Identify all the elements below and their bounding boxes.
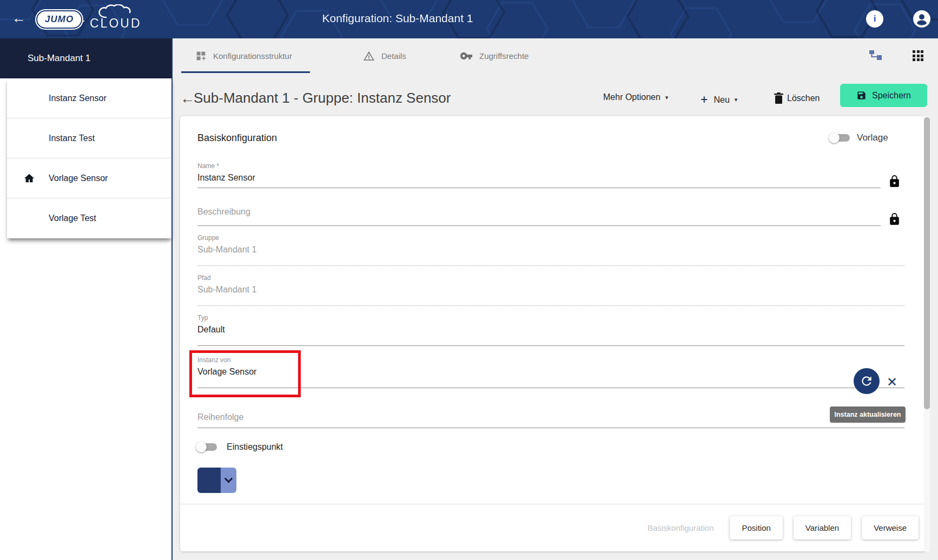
window-title: Konfiguration: Sub-Mandant 1 bbox=[289, 12, 506, 25]
scrollbar-thumb[interactable] bbox=[924, 117, 930, 409]
lock-icon bbox=[888, 175, 901, 188]
reihenfolge-field-placeholder: Reihenfolge bbox=[197, 412, 904, 422]
beschreibung-field-placeholder: Beschreibung bbox=[197, 207, 881, 217]
name-field-value: Instanz Sensor bbox=[197, 173, 881, 183]
einstiegspunkt-label: Einstiegspunkt bbox=[227, 442, 283, 452]
tab-konfigurationsstruktur[interactable]: Konfigurationsstruktur bbox=[195, 38, 292, 73]
tab-details[interactable]: Details bbox=[363, 38, 406, 73]
jumo-logo-text: JUMO bbox=[45, 14, 74, 25]
save-icon bbox=[856, 90, 867, 101]
cloud-wordmark: CLOUD bbox=[90, 16, 142, 31]
top-app-bar: ← JUMO · CLOUD Konfiguration: Sub-Mandan… bbox=[0, 0, 938, 38]
toggle-knob bbox=[196, 442, 207, 452]
account-icon bbox=[913, 10, 930, 28]
new-label: Neu bbox=[714, 95, 729, 105]
info-button[interactable]: i bbox=[866, 10, 883, 28]
vorlage-toggle-row: Vorlage bbox=[830, 132, 888, 143]
page-title: Sub-Mandant 1 - Gruppe: Instanz Sensor bbox=[194, 90, 451, 106]
grid-view-icon bbox=[913, 50, 923, 61]
refresh-tooltip: Instanz aktualisieren bbox=[830, 406, 906, 423]
sidebar-item-label: Instanz Sensor bbox=[49, 94, 107, 103]
sidebar-item-label: Vorlage Test bbox=[49, 214, 96, 223]
typ-field-label: Typ bbox=[197, 314, 904, 322]
key-icon bbox=[460, 52, 473, 59]
scrollbar-track bbox=[924, 116, 930, 551]
toggle-knob bbox=[829, 132, 840, 143]
trash-icon bbox=[774, 92, 783, 104]
card-footer: Basiskonfiguration Position Variablen Ve… bbox=[180, 504, 925, 551]
sidebar: Sub-Mandant 1 Instanz Sensor Instanz Tes… bbox=[0, 38, 171, 560]
new-button[interactable]: + Neu ▾ bbox=[701, 92, 737, 107]
account-button[interactable] bbox=[913, 10, 930, 28]
verweise-button[interactable]: Verweise bbox=[862, 516, 919, 539]
basiskonfiguration-card: Basiskonfiguration Vorlage Name * Instan… bbox=[180, 116, 925, 551]
gruppe-field-value: Sub-Mandant 1 bbox=[197, 245, 904, 255]
name-field[interactable]: Name * Instanz Sensor bbox=[197, 162, 881, 188]
position-button[interactable]: Position bbox=[730, 516, 782, 539]
main-content: Konfigurationsstruktur Details Zugriffsr… bbox=[173, 38, 938, 560]
sidebar-item-label: Instanz Test bbox=[49, 134, 95, 143]
chevron-down-icon: ▾ bbox=[665, 94, 669, 101]
sidebar-item-instanz-test[interactable]: Instanz Test bbox=[7, 118, 171, 158]
more-options-label: Mehr Optionen bbox=[603, 92, 660, 102]
logo-separator-dot: · bbox=[82, 15, 85, 26]
instanz-von-field-label: Instanz von bbox=[197, 356, 904, 364]
vorlage-toggle[interactable] bbox=[830, 134, 850, 142]
reihenfolge-field[interactable]: Reihenfolge bbox=[197, 412, 904, 428]
instanz-von-field[interactable]: Instanz von Vorlage Sensor bbox=[197, 356, 904, 388]
back-icon[interactable]: ← bbox=[12, 10, 26, 26]
save-button[interactable]: Speichern bbox=[840, 84, 927, 107]
chevron-down-icon: ▾ bbox=[735, 96, 738, 103]
content-left-border bbox=[171, 38, 173, 560]
refresh-icon bbox=[860, 374, 874, 388]
info-icon: i bbox=[874, 14, 876, 24]
tab-label: Zugriffsrechte bbox=[479, 51, 529, 61]
gruppe-field: Gruppe Sub-Mandant 1 bbox=[197, 234, 904, 266]
lock-icon bbox=[888, 212, 901, 226]
variablen-button[interactable]: Variablen bbox=[794, 516, 851, 539]
sidebar-item-label: Vorlage Sensor bbox=[49, 174, 108, 183]
sidebar-item-vorlage-sensor[interactable]: Vorlage Sensor bbox=[7, 158, 171, 198]
more-options-button[interactable]: Mehr Optionen ▾ bbox=[603, 92, 668, 102]
refresh-instance-button[interactable] bbox=[854, 368, 880, 394]
home-icon bbox=[23, 172, 35, 184]
color-swatch bbox=[197, 468, 221, 493]
tree-view-icon bbox=[869, 50, 884, 63]
einstiegspunkt-row: Einstiegspunkt bbox=[197, 442, 283, 452]
tab-bar: Konfigurationsstruktur Details Zugriffsr… bbox=[173, 38, 938, 73]
pfad-field-label: Pfad bbox=[197, 274, 904, 282]
instanz-von-field-value: Vorlage Sensor bbox=[197, 367, 904, 377]
pfad-field-value: Sub-Mandant 1 bbox=[197, 285, 904, 295]
grid-view-button[interactable] bbox=[913, 50, 923, 61]
footer-disabled-label: Basiskonfiguration bbox=[648, 523, 714, 532]
save-label: Speichern bbox=[872, 91, 911, 101]
typ-field-value: Default bbox=[197, 325, 904, 335]
active-tab-indicator bbox=[181, 71, 310, 73]
color-picker[interactable] bbox=[197, 468, 236, 493]
delete-label: Löschen bbox=[787, 94, 820, 103]
beschreibung-field[interactable]: Beschreibung bbox=[197, 207, 881, 226]
jumo-logo: JUMO bbox=[36, 10, 82, 29]
clear-instance-button[interactable]: ✕ bbox=[887, 375, 897, 390]
pfad-field: Pfad Sub-Mandant 1 bbox=[197, 274, 904, 306]
sidebar-tree-panel: Instanz Sensor Instanz Test Vorlage Sens… bbox=[7, 78, 171, 238]
typ-field[interactable]: Typ Default bbox=[197, 314, 904, 346]
dashboard-add-icon bbox=[195, 50, 207, 62]
chevron-down-icon bbox=[224, 475, 233, 483]
page-back-button[interactable]: ← bbox=[180, 90, 195, 107]
color-picker-dropdown[interactable] bbox=[221, 468, 236, 493]
sidebar-item-instanz-sensor[interactable]: Instanz Sensor bbox=[7, 78, 171, 118]
plus-icon: + bbox=[701, 92, 708, 107]
tab-zugriffsrechte[interactable]: Zugriffsrechte bbox=[460, 38, 529, 73]
section-title: Basiskonfiguration bbox=[197, 132, 277, 144]
warning-icon bbox=[363, 50, 375, 61]
name-field-label: Name * bbox=[197, 162, 881, 170]
tree-view-button[interactable] bbox=[869, 50, 884, 65]
einstiegspunkt-toggle[interactable] bbox=[197, 443, 217, 451]
delete-button[interactable]: Löschen bbox=[774, 92, 820, 104]
vorlage-toggle-label: Vorlage bbox=[857, 132, 888, 143]
sidebar-header: Sub-Mandant 1 bbox=[0, 38, 171, 78]
tab-label: Details bbox=[381, 51, 406, 61]
tab-label: Konfigurationsstruktur bbox=[213, 51, 292, 61]
sidebar-item-vorlage-test[interactable]: Vorlage Test bbox=[7, 198, 171, 238]
